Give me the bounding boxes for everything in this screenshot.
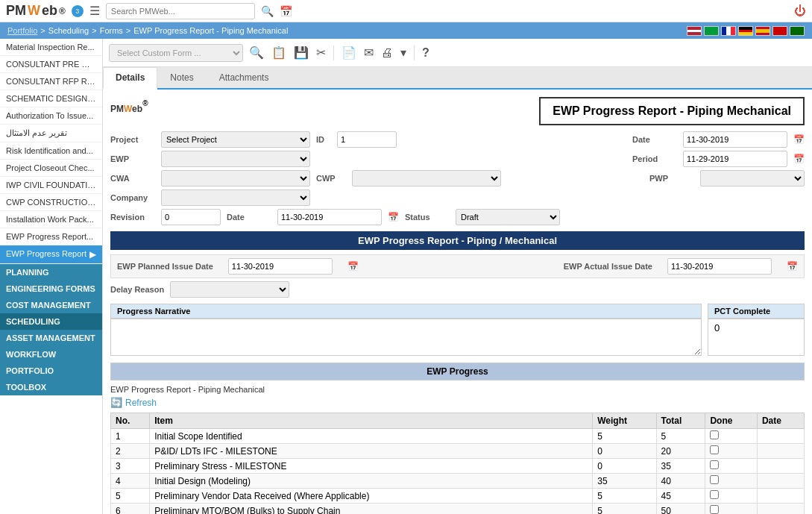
tab-details[interactable]: Details [103,67,157,90]
date2-calendar-icon[interactable]: 📅 [388,212,399,222]
form-row-project: Project Select Project ID Date 📅 [110,131,805,148]
sidebar-section-scheduling[interactable]: SCHEDULING [0,313,102,330]
sidebar-item-installation[interactable]: Installation Work Pack... [0,211,102,228]
cell-date [757,429,804,444]
sidebar-item-authorization[interactable]: Authorization To Issue... [0,107,102,125]
toolbar-help-icon[interactable]: ? [421,45,431,61]
date2-input[interactable] [277,209,382,225]
ewp-actual-input[interactable] [667,258,772,275]
ewp-select[interactable] [161,151,310,167]
sidebar-section-toolbox[interactable]: TOOLBOX [0,379,102,395]
done-checkbox[interactable] [710,460,719,469]
revision-input[interactable] [161,209,221,225]
sidebar-section-planning[interactable]: PLANNING [0,264,102,280]
cell-done[interactable] [705,459,757,474]
sidebar-item-ewp-progress1[interactable]: EWP Progress Report... [0,228,102,245]
sidebar-item-consultant-rfp[interactable]: CONSULTANT RFP RE... [0,73,102,90]
cell-done[interactable] [705,504,757,515]
cell-done[interactable] [705,429,757,444]
col-date: Date [757,413,804,429]
col-no: No. [111,413,150,429]
sidebar-item-iwp-civil[interactable]: IWP CIVIL FOUNDATIC... [0,177,102,194]
cell-item: Preliminary Stress - MILESTONE [150,459,593,474]
cell-total: 50 [656,504,705,515]
notification-badge[interactable]: 3 [72,5,84,17]
project-select[interactable]: Select Project [161,131,310,148]
toolbar-dropdown-icon[interactable]: ▾ [399,44,408,61]
breadcrumb-sep2: > [92,26,96,35]
sidebar-item-schematic[interactable]: SCHEMATIC DESIGN F... [0,90,102,107]
status-select[interactable]: Draft [456,209,560,225]
cell-item: P&ID/ LDTs IFC - MILESTONE [150,444,593,459]
flag-es[interactable] [755,26,770,36]
flag-us[interactable] [687,26,702,36]
sidebar-item-consultant-pre[interactable]: CONSULTANT PRE QU... [0,56,102,73]
ewp-progress-header: EWP Progress [110,363,805,380]
sidebar-item-closeout[interactable]: Project Closeout Chec... [0,160,102,177]
cell-done[interactable] [705,444,757,459]
sidebar-item-material[interactable]: Material Inspection Re... [0,39,102,56]
flag-de[interactable] [738,26,753,36]
delay-reason-select[interactable] [170,281,289,298]
ewp-planned-calendar[interactable]: 📅 [347,261,359,272]
power-icon[interactable]: ⏻ [794,4,806,18]
sidebar-item-ewp-progress2[interactable]: EWP Progress Report ▶ [0,245,102,264]
sidebar-section-portfolio[interactable]: PORTFOLIO [0,363,102,379]
sidebar-section-workflow[interactable]: WORKFLOW [0,346,102,363]
toolbar-print-icon[interactable]: 🖨 [380,45,394,61]
pwp-select[interactable] [700,170,805,187]
company-select[interactable] [161,189,310,206]
custom-form-select[interactable]: Select Custom Form ... [109,44,243,62]
toolbar-print-preview-icon[interactable]: 📋 [270,44,288,61]
toolbar-search-icon[interactable]: 🔍 [248,44,265,61]
flag-fr[interactable] [721,26,736,36]
logo-icon: W [28,3,40,19]
refresh-button[interactable]: 🔄 Refresh [110,397,157,408]
toolbar-save-icon[interactable]: 💾 [292,44,310,61]
date-input[interactable] [683,131,787,148]
pct-area: PCT Complete 0 [708,304,805,358]
tabs: Details Notes Attachments [103,67,812,90]
sidebar-item-risk[interactable]: Risk Identification and... [0,142,102,160]
flag-br[interactable] [704,26,719,36]
sidebar-item-cwp-construction[interactable]: CWP CONSTRUCTION... [0,194,102,211]
cwp-select[interactable] [352,170,501,187]
sidebar-section-engineering[interactable]: ENGINEERING FORMS [0,280,102,297]
flag-other1[interactable] [772,26,787,36]
done-checkbox[interactable] [710,505,719,514]
sidebar-item-arabic[interactable]: تقرير عدم الامتثال [0,125,102,142]
toolbar-copy-icon[interactable]: 📄 [340,44,358,61]
tab-notes[interactable]: Notes [157,67,206,88]
cell-done[interactable] [705,489,757,504]
sidebar-section-cost[interactable]: COST MANAGEMENT [0,297,102,313]
table-body: 1 Initial Scope Identified 5 5 2 P&ID/ L… [111,429,805,515]
calendar-icon[interactable]: 📅 [280,5,292,17]
breadcrumb-portfolio[interactable]: Portfolio [7,26,37,35]
period-calendar-icon[interactable]: 📅 [793,154,805,164]
toolbar-email-icon[interactable]: ✉ [362,44,375,61]
cell-weight: 5 [593,489,656,504]
search-icon[interactable]: 🔍 [261,5,274,17]
done-checkbox[interactable] [710,430,719,439]
cwa-select[interactable] [161,170,310,187]
search-input[interactable] [106,3,255,19]
done-checkbox[interactable] [710,445,719,454]
hamburger-icon[interactable]: ☰ [89,4,100,18]
tab-attachments[interactable]: Attachments [207,67,282,88]
form-row-revision: Revision Date 📅 Status Draft [110,209,805,225]
progress-narrative-textarea[interactable] [110,319,702,356]
done-checkbox[interactable] [710,490,719,499]
cell-done[interactable] [705,474,757,489]
ewp-actual-calendar[interactable]: 📅 [787,261,798,272]
period-label: Period [632,154,677,163]
sidebar-section-asset[interactable]: ASSET MANAGEMENT [0,330,102,346]
table-row: 5 Preliminary Vendor Data Received (Wher… [111,489,805,504]
id-input[interactable] [337,131,397,148]
ewp-planned-input[interactable] [228,258,333,275]
pct-header: PCT Complete [708,304,805,319]
done-checkbox[interactable] [710,475,719,484]
date-calendar-icon[interactable]: 📅 [793,134,805,145]
flag-other2[interactable] [790,26,805,36]
period-input[interactable] [683,151,787,167]
toolbar-cut-icon[interactable]: ✂ [315,44,327,61]
